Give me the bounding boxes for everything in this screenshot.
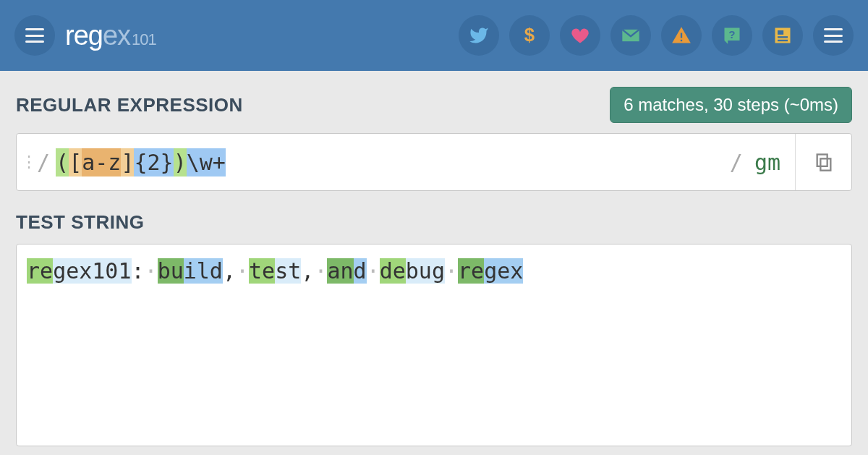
open-delimiter: /	[34, 134, 56, 190]
tok-group-open: (	[56, 148, 69, 177]
help-icon: ?	[722, 25, 742, 46]
tok-cc-body: a-z	[82, 148, 121, 177]
main-content: REGULAR EXPRESSION 6 matches, 30 steps (…	[0, 71, 868, 446]
news-button[interactable]	[762, 15, 803, 56]
logo-text-ex: ex	[103, 20, 130, 51]
test-string-input[interactable]: regex101:·build,·test,·and·debug·regex	[16, 244, 852, 446]
twitter-icon	[469, 25, 489, 46]
menu-button[interactable]	[14, 15, 55, 56]
svg-rect-10	[820, 158, 830, 170]
tok-escape: \w+	[187, 148, 226, 177]
regex-flags[interactable]: gm	[749, 134, 795, 190]
app-header: regex101 $ ?	[0, 0, 868, 71]
svg-rect-8	[778, 36, 788, 38]
logo-text-num: 101	[132, 30, 156, 49]
warning-button[interactable]	[661, 15, 702, 56]
logo-text-reg: reg	[65, 20, 103, 51]
hamburger-icon	[25, 28, 44, 43]
svg-rect-9	[778, 40, 788, 41]
help-button[interactable]: ?	[712, 15, 752, 56]
regex-section-header: REGULAR EXPRESSION 6 matches, 30 steps (…	[16, 87, 852, 123]
favorite-button[interactable]	[560, 15, 600, 56]
svg-rect-2	[681, 33, 682, 38]
hamburger-icon	[824, 28, 843, 43]
regex-input[interactable]: ([a-z]{2})\w+	[56, 134, 727, 190]
test-section: TEST STRING regex101:·build,·test,·and·d…	[16, 211, 852, 446]
email-button[interactable]	[610, 15, 651, 56]
app-logo: regex101	[65, 20, 156, 51]
dollar-icon: $	[519, 25, 540, 46]
settings-menu-button[interactable]	[813, 15, 854, 56]
donate-button[interactable]: $	[509, 15, 550, 56]
tok-cc-close: ]	[121, 148, 134, 177]
tok-quantifier: {2}	[134, 148, 173, 177]
drag-handle[interactable]: ⋮	[17, 134, 34, 190]
svg-rect-3	[681, 40, 682, 41]
copy-icon	[814, 152, 834, 172]
svg-text:?: ?	[728, 28, 735, 41]
svg-rect-7	[778, 30, 783, 35]
newspaper-icon	[773, 25, 793, 46]
test-title: TEST STRING	[16, 211, 852, 234]
envelope-icon	[621, 25, 641, 46]
copy-button[interactable]	[795, 134, 851, 190]
svg-text:$: $	[524, 25, 535, 45]
match-info-badge: 6 matches, 30 steps (~0ms)	[610, 87, 852, 123]
regex-input-container: ⋮ / ([a-z]{2})\w+ / gm	[16, 133, 852, 191]
warning-icon	[671, 25, 692, 46]
tok-cc-open: [	[69, 148, 82, 177]
twitter-button[interactable]	[459, 15, 499, 56]
svg-rect-11	[817, 155, 827, 166]
close-delimiter: /	[727, 134, 749, 190]
tok-group-close: )	[174, 148, 187, 177]
heart-icon	[570, 25, 590, 46]
regex-title: REGULAR EXPRESSION	[16, 94, 243, 116]
